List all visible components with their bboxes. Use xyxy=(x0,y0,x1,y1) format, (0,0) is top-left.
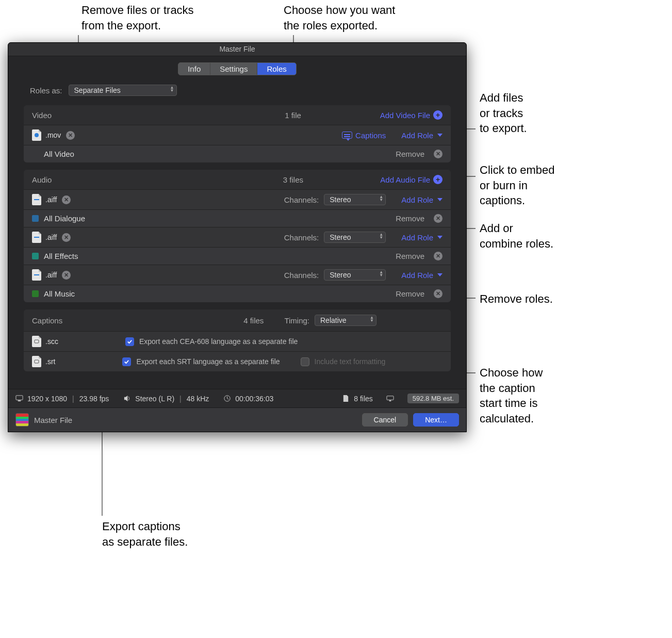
cancel-button[interactable]: Cancel xyxy=(362,413,408,427)
caption-ext: .scc xyxy=(45,337,58,346)
tab-roles[interactable]: Roles xyxy=(257,63,296,75)
audio-ext: .aiff xyxy=(45,271,57,279)
aiff-file-icon xyxy=(32,232,41,243)
aiff-file-icon xyxy=(32,269,41,281)
status-resolution: 1920 x 1080 xyxy=(27,395,67,403)
remove-label: Remove xyxy=(396,289,424,298)
audio-file-row: .aiff ✕ Channels: Stereo ▲▼ Add Role xyxy=(24,265,451,285)
callout-timing: Choose howthe captionstart time iscalcul… xyxy=(480,365,543,427)
add-role-label: Add Role xyxy=(401,271,433,280)
status-fps: 23.98 fps xyxy=(79,395,109,403)
audio-role-row: All Music Remove ✕ xyxy=(24,285,451,302)
remove-audio-role-button[interactable]: ✕ xyxy=(434,289,442,298)
display-icon xyxy=(386,395,394,402)
video-count: 1 file xyxy=(206,111,380,120)
bottom-bar: Master File Cancel Next… xyxy=(8,407,466,432)
add-role-audio-button[interactable]: Add Role xyxy=(401,233,442,242)
audio-file-row: .aiff ✕ Channels: Stereo ▲▼ Add Role xyxy=(24,227,451,247)
add-video-file-button[interactable]: Add Video File + xyxy=(380,110,442,120)
add-role-audio-button[interactable]: Add Role xyxy=(401,195,442,204)
mov-file-icon xyxy=(32,129,41,141)
export-srt-checkbox[interactable] xyxy=(122,357,131,366)
add-audio-file-button[interactable]: Add Audio File + xyxy=(380,175,442,184)
channels-select[interactable]: Stereo ▲▼ xyxy=(324,269,386,281)
timing-select[interactable]: Relative ▲▼ xyxy=(315,315,376,326)
chevron-down-icon xyxy=(437,198,442,201)
scc-file-icon xyxy=(32,336,41,347)
channels-select[interactable]: Stereo ▲▼ xyxy=(324,232,386,243)
remove-video-file-button[interactable]: ✕ xyxy=(66,131,75,140)
svg-rect-7 xyxy=(18,400,21,401)
captions-count: 4 files xyxy=(243,316,264,325)
remove-label: Remove xyxy=(396,150,424,158)
window-title: Master File xyxy=(8,43,466,56)
captions-title: Captions xyxy=(32,316,243,325)
add-role-audio-button[interactable]: Add Role xyxy=(401,271,442,280)
caption-row: .srt Export each SRT language as a separ… xyxy=(24,351,451,371)
aiff-file-icon xyxy=(32,194,41,205)
audio-role-name: All Dialogue xyxy=(44,214,85,223)
channels-value: Stereo xyxy=(330,195,351,204)
svg-point-0 xyxy=(35,133,39,137)
video-section: Video 1 file Add Video File + .mov ✕ Cap… xyxy=(24,105,451,162)
audio-role-name: All Music xyxy=(44,289,75,298)
video-title: Video xyxy=(32,111,206,120)
channels-value: Stereo xyxy=(330,233,351,241)
tab-settings[interactable]: Settings xyxy=(210,63,257,75)
svg-rect-1 xyxy=(34,199,39,200)
roles-as-value: Separate Files xyxy=(74,86,121,94)
audio-ext: .aiff xyxy=(45,233,57,241)
audio-ext: .aiff xyxy=(45,195,57,204)
speaker-icon xyxy=(123,395,131,402)
remove-audio-file-button[interactable]: ✕ xyxy=(62,195,71,204)
remove-audio-file-button[interactable]: ✕ xyxy=(62,271,71,280)
callout-remove-roles: Remove roles. xyxy=(480,291,553,307)
master-file-dialog: Master File Info Settings Roles Roles as… xyxy=(8,42,467,432)
channels-select[interactable]: Stereo ▲▼ xyxy=(324,194,386,205)
chevron-down-icon xyxy=(437,273,442,276)
add-video-label: Add Video File xyxy=(380,111,430,120)
role-swatch xyxy=(32,253,39,259)
add-role-video-button[interactable]: Add Role xyxy=(401,131,442,140)
next-button[interactable]: Next… xyxy=(413,413,459,427)
remove-video-role-button[interactable]: ✕ xyxy=(434,150,442,158)
include-formatting-checkbox[interactable] xyxy=(301,357,309,366)
channels-label: Channels: xyxy=(284,195,319,204)
export-scc-checkbox[interactable] xyxy=(125,337,134,346)
monitor-icon xyxy=(15,395,23,402)
svg-marker-8 xyxy=(124,396,128,401)
add-role-label: Add Role xyxy=(401,233,433,242)
audio-title: Audio xyxy=(32,175,206,184)
roles-as-select[interactable]: Separate Files ▲▼ xyxy=(69,85,177,96)
timing-value: Relative xyxy=(320,316,347,324)
audio-role-row: All Effects Remove ✕ xyxy=(24,247,451,265)
remove-audio-role-button[interactable]: ✕ xyxy=(434,214,442,223)
svg-rect-11 xyxy=(389,400,391,401)
popup-stepper-icon: ▲▼ xyxy=(379,195,383,202)
popup-stepper-icon: ▲▼ xyxy=(370,316,374,322)
svg-rect-3 xyxy=(34,274,39,275)
popup-stepper-icon: ▲▼ xyxy=(170,86,174,92)
add-audio-label: Add Audio File xyxy=(380,175,430,184)
caption-row: .scc Export each CEA-608 language as a s… xyxy=(24,331,451,351)
remove-label: Remove xyxy=(396,214,424,223)
video-ext: .mov xyxy=(45,131,61,139)
chevron-down-icon xyxy=(437,134,442,137)
audio-file-row: .aiff ✕ Channels: Stereo ▲▼ Add Role xyxy=(24,189,451,209)
remove-audio-file-button[interactable]: ✕ xyxy=(62,233,71,242)
callout-choose-export: Choose how you wantthe roles exported. xyxy=(284,3,395,33)
timing-label: Timing: xyxy=(284,316,309,325)
status-estimate: 592.8 MB est. xyxy=(407,394,459,403)
video-role-row: All Video Remove ✕ xyxy=(24,145,451,162)
remove-audio-role-button[interactable]: ✕ xyxy=(434,252,442,260)
remove-label: Remove xyxy=(396,252,424,260)
file-icon xyxy=(342,395,350,402)
captions-section: Captions 4 files Timing: Relative ▲▼ .sc… xyxy=(24,309,451,371)
status-duration: 00:00:36:03 xyxy=(235,395,273,403)
include-formatting-label: Include text formatting xyxy=(315,357,386,366)
video-role-name: All Video xyxy=(44,150,74,158)
status-audio: Stereo (L R) xyxy=(135,395,174,403)
captions-button[interactable]: Captions xyxy=(342,131,386,140)
captions-icon xyxy=(342,132,352,139)
tab-info[interactable]: Info xyxy=(178,63,210,75)
